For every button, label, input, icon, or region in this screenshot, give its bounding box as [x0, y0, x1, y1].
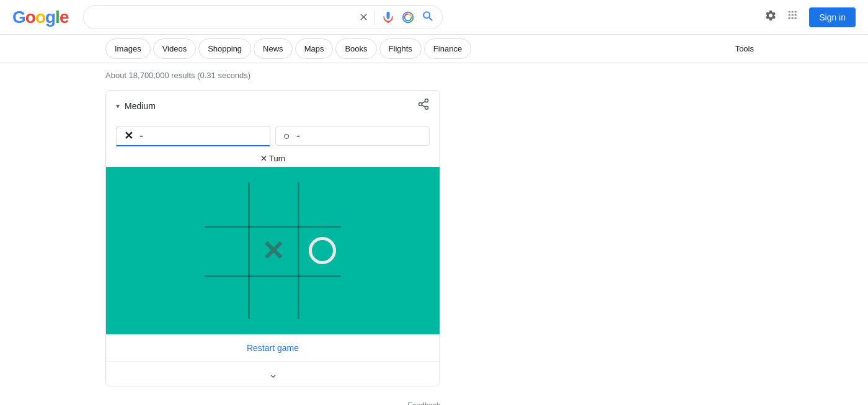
results-count: About 18,700,000 results (0.31 seconds) [105, 71, 763, 80]
tab-shopping[interactable]: Shopping [198, 38, 251, 59]
score-row: ✕ - ○ - [106, 121, 440, 151]
player-o-symbol: ○ [283, 130, 290, 143]
svg-point-3 [425, 106, 428, 109]
header: Google Tic Tac Toe ✕ [0, 0, 868, 35]
search-bar: Tic Tac Toe ✕ [83, 5, 443, 29]
settings-button[interactable] [764, 9, 777, 25]
tab-books[interactable]: Books [335, 38, 376, 59]
player-x-symbol: ✕ [124, 129, 133, 143]
tab-videos[interactable]: Videos [153, 38, 197, 59]
restart-button[interactable]: Restart game [106, 334, 440, 362]
game-card: ▾ Medium ✕ - ○ - ✕ Turn [105, 90, 440, 386]
game-header: ▾ Medium [106, 91, 440, 121]
game-board[interactable]: ✕ [106, 167, 440, 334]
apps-button[interactable] [787, 9, 799, 25]
cell-0-2[interactable] [298, 176, 347, 226]
cell-0-0[interactable] [198, 176, 248, 226]
svg-line-4 [422, 105, 425, 107]
microphone-icon[interactable] [381, 11, 395, 24]
cell-1-0[interactable] [198, 226, 248, 275]
tab-maps[interactable]: Maps [295, 38, 334, 59]
player-x-score: ✕ - [116, 126, 270, 146]
player-o-score: ○ - [275, 127, 430, 146]
turn-indicator: ✕ Turn [106, 151, 440, 167]
cell-2-2[interactable] [298, 275, 347, 325]
difficulty-label[interactable]: Medium [125, 101, 417, 111]
tab-finance[interactable]: Finance [424, 38, 471, 59]
player-x-score-value: - [140, 130, 143, 143]
expand-icon[interactable]: ⌄ [268, 367, 278, 381]
google-logo[interactable]: Google [12, 7, 68, 27]
cell-1-2[interactable] [298, 226, 347, 275]
share-button[interactable] [417, 98, 430, 113]
header-right: Sign in [764, 7, 856, 27]
feedback-label: Feedback [105, 399, 440, 405]
lens-icon[interactable] [401, 11, 415, 24]
x-mark: ✕ [262, 235, 285, 267]
svg-point-2 [419, 103, 422, 106]
cell-0-1[interactable] [248, 176, 298, 226]
results-area: About 18,700,000 results (0.31 seconds) … [0, 63, 868, 405]
nav-tabs: Images Videos Shopping News Maps Books F… [0, 35, 868, 63]
svg-line-5 [422, 101, 425, 103]
signin-button[interactable]: Sign in [809, 7, 856, 27]
player-o-score-value: - [296, 130, 300, 143]
tab-news[interactable]: News [254, 38, 293, 59]
collapse-arrow-icon[interactable]: ▾ [116, 102, 120, 110]
clear-icon[interactable]: ✕ [359, 11, 368, 24]
board-grid: ✕ [198, 176, 347, 325]
tab-images[interactable]: Images [105, 38, 151, 59]
search-divider [374, 11, 375, 24]
search-submit-icon[interactable] [421, 9, 433, 25]
board-wrapper: ✕ [198, 176, 347, 325]
cell-2-0[interactable] [198, 275, 248, 325]
search-input[interactable]: Tic Tac Toe [92, 12, 353, 23]
cell-1-1[interactable]: ✕ [248, 226, 298, 275]
svg-point-1 [425, 99, 428, 102]
o-mark [309, 237, 336, 264]
cell-2-1[interactable] [248, 275, 298, 325]
tab-flights[interactable]: Flights [379, 38, 422, 59]
tools-button[interactable]: Tools [727, 39, 763, 58]
expand-row: ⌄ [106, 362, 440, 386]
